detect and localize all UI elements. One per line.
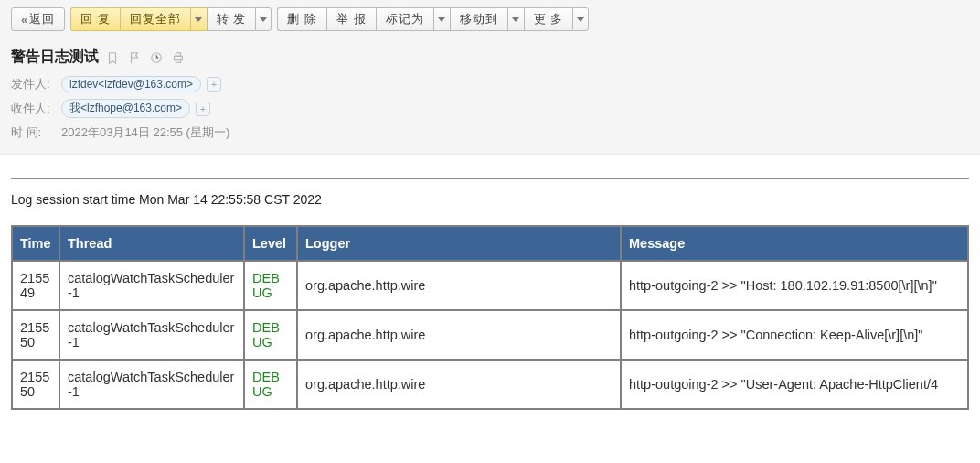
cell-thread: catalogWatchTaskScheduler-1 [59,261,244,310]
more-dropdown[interactable] [572,7,589,31]
cell-message: http-outgoing-2 >> "Connection: Keep-Ali… [621,310,968,360]
delete-button[interactable]: 删 除 [277,7,326,31]
forward-button[interactable]: 转 发 [207,7,256,31]
time-row: 时 间: 2022年03月14日 22:55 (星期一) [11,124,969,141]
separator [11,178,969,179]
actions-group: 删 除 举 报 标记为 移动到 更 多 [277,7,589,31]
back-button[interactable]: « 返回 [11,7,65,31]
cell-level: DEBUG [244,310,297,360]
to-label: 收件人: [11,101,61,117]
cell-logger: org.apache.http.wire [297,360,621,409]
cell-level: DEBUG [244,360,297,409]
table-row: 215550catalogWatchTaskScheduler-1DEBUGor… [12,360,968,409]
th-thread: Thread [59,226,244,261]
log-table-body: 215549catalogWatchTaskScheduler-1DEBUGor… [12,261,968,409]
move-to-button[interactable]: 移动到 [450,7,507,31]
cell-thread: catalogWatchTaskScheduler-1 [59,360,244,409]
mail-header: « 返回 回 复 回复全部 转 发 删 除 举 报 标记为 移动到 更 多 警告… [0,0,980,155]
log-intro: Log session start time Mon Mar 14 22:55:… [11,192,969,207]
clock-icon[interactable] [150,51,163,64]
bookmark-icon[interactable] [106,51,119,64]
mark-as-dropdown[interactable] [433,7,450,31]
print-icon[interactable] [172,51,185,64]
report-spam-button[interactable]: 举 报 [326,7,376,31]
back-label: 返回 [29,11,55,27]
cell-message: http-outgoing-2 >> "User-Agent: Apache-H… [621,360,968,409]
subject-icons [106,51,185,64]
cell-time: 215549 [12,261,59,310]
mark-as-button[interactable]: 标记为 [376,7,433,31]
reply-all-dropdown[interactable] [190,7,207,31]
subject-row: 警告日志测试 [11,48,969,67]
svg-rect-2 [176,52,180,56]
cell-thread: catalogWatchTaskScheduler-1 [59,310,244,360]
from-chip[interactable]: lzfdev<lzfdev@163.com> [61,76,201,92]
forward-dropdown[interactable] [255,7,272,31]
reply-all-button[interactable]: 回复全部 [120,7,190,31]
add-recipient-icon[interactable]: + [196,102,210,116]
th-logger: Logger [297,226,621,261]
svg-rect-3 [176,59,180,62]
log-table-header: Time Thread Level Logger Message [12,226,968,261]
time-value: 2022年03月14日 22:55 (星期一) [61,124,229,141]
back-chevrons-icon: « [21,13,26,27]
cell-level: DEBUG [244,261,297,310]
toolbar: « 返回 回 复 回复全部 转 发 删 除 举 报 标记为 移动到 更 多 [11,7,969,31]
cell-time: 215550 [12,310,59,360]
mail-meta: 发件人: lzfdev<lzfdev@163.com> + 收件人: 我<lzf… [11,76,969,141]
from-label: 发件人: [11,76,61,92]
cell-logger: org.apache.http.wire [297,261,621,310]
flag-icon[interactable] [128,51,141,64]
cell-message: http-outgoing-2 >> "Host: 180.102.19.91:… [621,261,968,310]
time-label: 时 间: [11,124,61,141]
more-button[interactable]: 更 多 [524,7,573,31]
table-row: 215550catalogWatchTaskScheduler-1DEBUGor… [12,310,968,360]
cell-logger: org.apache.http.wire [297,310,621,360]
cell-time: 215550 [12,360,59,409]
log-table: Time Thread Level Logger Message 215549c… [11,225,969,410]
to-row: 收件人: 我<lzfhope@163.com> + [11,99,969,118]
th-message: Message [621,226,968,261]
reply-group: 回 复 回复全部 转 发 [70,7,272,31]
table-row: 215549catalogWatchTaskScheduler-1DEBUGor… [12,261,968,310]
th-time: Time [12,226,59,261]
mail-body: Log session start time Mon Mar 14 22:55:… [0,178,980,410]
mail-subject: 警告日志测试 [11,48,99,67]
move-to-dropdown[interactable] [507,7,524,31]
reply-button[interactable]: 回 复 [70,7,120,31]
from-row: 发件人: lzfdev<lzfdev@163.com> + [11,76,969,92]
add-sender-icon[interactable]: + [207,77,221,92]
th-level: Level [244,226,297,261]
to-chip[interactable]: 我<lzfhope@163.com> [61,99,190,118]
